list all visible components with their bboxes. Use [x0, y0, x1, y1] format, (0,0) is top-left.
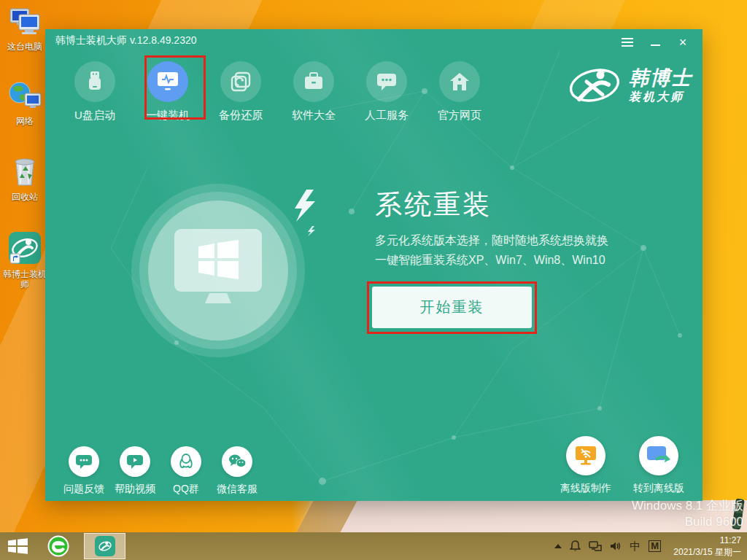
qq-penguin-icon: [171, 446, 201, 477]
briefcase-icon: [293, 61, 334, 102]
top-nav: U盘启动 一键装机: [58, 61, 496, 122]
brand-logo: 韩博士 装机大师: [568, 64, 692, 106]
notification-bell-icon[interactable]: [570, 540, 581, 552]
usb-icon: [74, 61, 115, 102]
nav-item-usb-boot[interactable]: U盘启动: [58, 61, 131, 122]
nav-label: 软件大全: [277, 109, 350, 122]
hanboshi-app-icon: [95, 536, 115, 556]
offline-monitor-icon: [566, 436, 605, 475]
windows-monitor-icon: [174, 229, 262, 311]
nav-item-software-collection[interactable]: 软件大全: [277, 61, 350, 122]
desktop-icon-label: 韩博士装机师: [2, 269, 47, 289]
nav-item-one-click-install[interactable]: 一键装机: [131, 61, 204, 122]
brand-name: 韩博士: [629, 69, 692, 88]
recycle-bin-icon: [7, 178, 42, 190]
footer-label: 问题反馈: [58, 483, 109, 496]
footer-label: 微信客服: [212, 483, 263, 496]
chat-bubble-icon: [366, 61, 407, 102]
clock-time: 11:27: [673, 534, 741, 546]
footer-item-wechat-service[interactable]: 微信客服: [212, 446, 263, 496]
desktop-icon-this-pc[interactable]: 这台电脑: [1, 6, 48, 52]
nav-label: 备份还原: [204, 109, 277, 122]
clock-date: 2021/3/15 星期一: [673, 546, 741, 558]
taskbar-clock[interactable]: 11:27 2021/3/15 星期一: [673, 534, 741, 558]
offline-switch-icon: [639, 436, 678, 475]
offline-switch-item[interactable]: 转到离线版: [622, 436, 695, 495]
home-icon: [439, 61, 480, 102]
footer-item-qq-group[interactable]: QQ群: [160, 446, 212, 496]
ime-language-indicator[interactable]: 中: [630, 540, 640, 553]
hero-description: 多元化系统版本选择，随时随地系统想换就换 一键智能重装系统XP、Win7、Win…: [375, 230, 608, 270]
brand-subtitle: 装机大师: [629, 91, 692, 103]
taskbar: 中 M 11:27 2021/3/15 星期一: [0, 532, 747, 560]
desktop-icon-hanboshi[interactable]: 韩博士装机师: [1, 230, 48, 289]
desktop-icon-network[interactable]: 网络: [1, 80, 48, 126]
offline-make-item[interactable]: 离线版制作: [549, 436, 622, 495]
start-button[interactable]: [7, 537, 29, 555]
close-icon[interactable]: ×: [675, 35, 691, 50]
volume-icon[interactable]: [610, 541, 622, 551]
network-icon: [7, 102, 42, 114]
nav-item-backup-restore[interactable]: 备份还原: [204, 61, 277, 122]
minimize-icon[interactable]: [647, 35, 663, 50]
monitor-pulse-icon: [147, 61, 188, 102]
nav-label: 人工服务: [350, 109, 423, 122]
this-pc-icon: [7, 28, 42, 40]
system-tray: 中 M: [554, 532, 661, 560]
footer-item-feedback[interactable]: 问题反馈: [58, 446, 109, 496]
footer-label: QQ群: [160, 483, 212, 496]
wechat-icon: [222, 446, 252, 477]
nav-label: 官方网页: [423, 109, 496, 122]
nav-label: U盘启动: [58, 109, 131, 122]
watermark-line2: Build 9600: [632, 514, 743, 530]
desktop-icon-label: 网络: [1, 116, 48, 126]
offline-actions: 离线版制作 转到离线版: [549, 436, 695, 495]
desktop-icon-recycle-bin[interactable]: 回收站: [1, 155, 48, 202]
menu-icon[interactable]: [619, 35, 635, 50]
offline-switch-label: 转到离线版: [622, 482, 695, 495]
footer-label: 帮助视频: [109, 483, 160, 496]
footer-item-help-video[interactable]: 帮助视频: [109, 446, 160, 496]
hanboshi-shortcut-icon: [7, 255, 42, 268]
windows-watermark: Windows 8.1 企业版 Build 9600: [632, 498, 743, 530]
video-bubble-icon: [120, 446, 150, 477]
ime-mode-indicator[interactable]: M: [649, 540, 661, 552]
hero-graphic: [131, 184, 305, 357]
nav-label: 一键装机: [131, 109, 204, 122]
hero-title: 系统重装: [375, 187, 492, 223]
window-title: 韩博士装机大师 v.12.8.49.2320: [55, 34, 196, 47]
app-window: 韩博士装机大师 v.12.8.49.2320 × U盘启动: [45, 29, 703, 501]
desktop-icon-label: 这台电脑: [1, 42, 48, 52]
tray-expand-icon[interactable]: [554, 544, 562, 548]
hero-description-line1: 多元化系统版本选择，随时随地系统想换就换: [375, 230, 608, 250]
brand-logo-icon: [568, 64, 622, 106]
taskbar-app-hanboshi[interactable]: [84, 533, 125, 559]
footer-links: 问题反馈 帮助视频: [58, 446, 263, 496]
offline-make-label: 离线版制作: [549, 482, 622, 495]
nav-item-official-website[interactable]: 官方网页: [423, 61, 496, 122]
nav-item-human-service[interactable]: 人工服务: [350, 61, 423, 122]
lightning-icon: [290, 190, 321, 236]
backup-restore-icon: [220, 61, 261, 102]
desktop: 这台电脑 网络: [0, 0, 747, 560]
watermark-line1: Windows 8.1 企业版: [632, 498, 743, 514]
hero-description-line2: 一键智能重装系统XP、Win7、Win8、Win10: [375, 250, 608, 270]
network-tray-icon[interactable]: [589, 541, 602, 552]
feedback-bubble-icon: [69, 446, 99, 477]
start-reinstall-button[interactable]: 开始重装: [372, 287, 532, 328]
desktop-icon-label: 回收站: [1, 192, 48, 202]
browser-icon[interactable]: [47, 535, 70, 557]
